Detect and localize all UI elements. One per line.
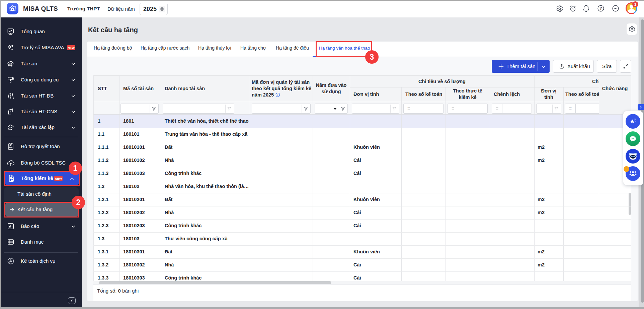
svg-text:?: ? xyxy=(599,6,602,11)
